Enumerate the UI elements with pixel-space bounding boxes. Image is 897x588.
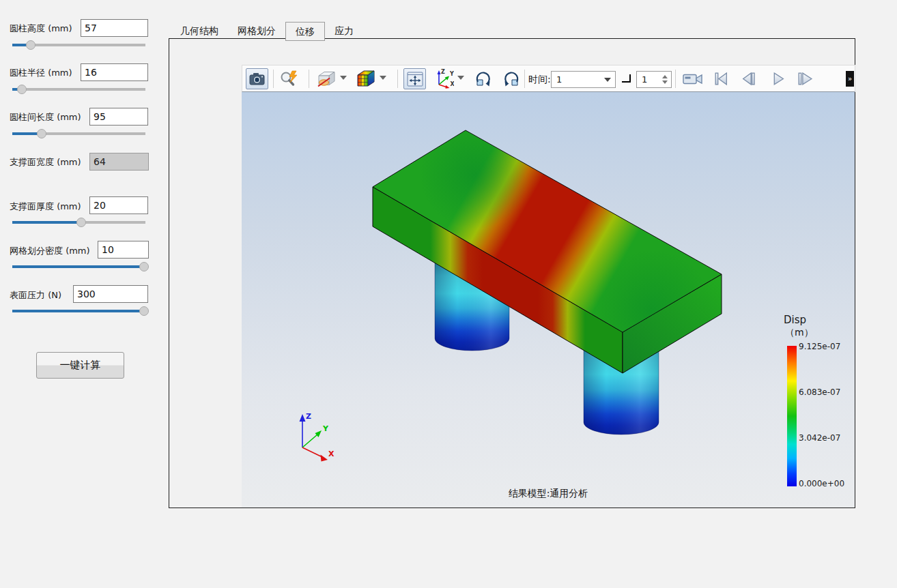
cyl-radius-input[interactable] — [81, 63, 148, 81]
axis-z-label: Z — [306, 412, 311, 421]
viewport-toolbar: Z Y X 时间: 1 1 — [242, 65, 855, 92]
legend-colorbar — [787, 346, 797, 486]
slider-handle[interactable] — [17, 85, 27, 94]
param-label-support-width: 支撑面宽度 (mm) — [10, 156, 81, 168]
skip-to-start-button[interactable] — [712, 70, 730, 88]
frame-spinbox-value: 1 — [642, 74, 647, 85]
one-click-compute-button[interactable]: 一键计算 — [36, 352, 124, 379]
slider-handle[interactable] — [139, 306, 149, 316]
screenshot-camera-button[interactable] — [246, 68, 268, 89]
surface-pressure-input[interactable] — [73, 285, 148, 303]
zoom-probe-icon — [279, 70, 298, 88]
section-plane-off-icon — [316, 70, 337, 88]
skip-to-start-icon — [713, 70, 730, 87]
support-thickness-slider[interactable] — [12, 218, 145, 227]
camera-icon — [249, 72, 265, 85]
slider-handle[interactable] — [37, 129, 46, 138]
contour-cube-icon — [355, 69, 375, 89]
param-label-surface-pressure: 表面压力 (N) — [10, 289, 61, 302]
view-orientation-dropdown-arrow[interactable] — [457, 76, 464, 80]
legend-tick-upper: 6.083e-07 — [799, 387, 840, 397]
param-label-cyl-radius: 圆柱半径 (mm) — [10, 67, 72, 79]
parameter-sidebar: 圆柱高度 (mm) 圆柱半径 (mm) 圆柱间长度 (mm) 支撑面宽度 (mm… — [0, 0, 168, 588]
result-model-status: 结果模型:通用分析 — [242, 488, 855, 500]
rotate-cw-icon — [474, 70, 493, 89]
cyl-spacing-input[interactable] — [89, 108, 148, 126]
param-label-cyl-spacing: 圆柱间长度 (mm) — [10, 111, 81, 123]
cyl-radius-slider[interactable] — [12, 85, 145, 94]
legend-title: Disp — [784, 314, 806, 326]
rotate-ccw-button[interactable] — [500, 68, 522, 89]
slider-track[interactable] — [12, 88, 145, 91]
surface-pressure-slider[interactable] — [12, 306, 145, 316]
axis-x-label: X — [328, 450, 334, 458]
cyl-height-slider[interactable] — [12, 40, 145, 50]
toolbar-overflow-button[interactable]: » — [846, 71, 854, 87]
slider-fill — [12, 221, 81, 224]
contour-cube-button[interactable] — [354, 68, 377, 89]
slider-handle[interactable] — [76, 218, 86, 227]
displacement-model: Z Y X — [242, 92, 855, 508]
time-label: 时间: — [528, 74, 551, 86]
frame-spinbox[interactable]: 1 — [636, 71, 672, 88]
legend-tick-min: 0.000e+00 — [799, 479, 844, 488]
view-orientation-triad-icon: Z Y X — [433, 68, 454, 89]
contour-dropdown-arrow[interactable] — [380, 76, 386, 80]
legend-tick-max: 9.125e-07 — [799, 342, 840, 351]
mesh-density-slider[interactable] — [12, 262, 145, 271]
result-3d-viewport[interactable]: Z Y X Disp （m） 9.125e-07 6.083e-07 3.042… — [242, 92, 855, 508]
combobox-arrow-icon — [604, 78, 611, 82]
tab-stress[interactable]: 应力 — [325, 22, 363, 40]
legend-unit: （m） — [785, 327, 814, 339]
fit-view-button[interactable] — [403, 68, 426, 89]
zoom-probe-button[interactable] — [278, 69, 300, 89]
slider-handle[interactable] — [26, 40, 35, 50]
step-back-button[interactable] — [739, 70, 758, 88]
fit-view-icon — [407, 72, 423, 87]
rotate-ccw-icon — [502, 70, 521, 89]
result-panel: Z Y X 时间: 1 1 — [169, 38, 855, 508]
play-button[interactable] — [769, 70, 787, 88]
slider-fill — [12, 310, 144, 312]
axis-triad: Z Y X — [300, 412, 335, 462]
corner-angle-icon — [622, 74, 631, 83]
time-combobox-value: 1 — [556, 74, 562, 85]
param-label-cyl-height: 圆柱高度 (mm) — [10, 23, 72, 35]
time-combobox[interactable]: 1 — [551, 71, 616, 88]
svg-text:Z: Z — [441, 69, 445, 75]
step-forward-button[interactable] — [795, 70, 815, 88]
step-forward-icon — [796, 70, 814, 87]
record-animation-button[interactable] — [681, 70, 705, 88]
section-plane-button[interactable] — [315, 68, 337, 89]
cyl-height-input[interactable] — [81, 19, 148, 37]
cyl-spacing-slider[interactable] — [12, 129, 145, 138]
spin-up-icon[interactable] — [662, 75, 668, 78]
param-label-support-thickness: 支撑面厚度 (mm) — [10, 201, 81, 213]
spin-down-icon[interactable] — [662, 80, 668, 84]
record-animation-icon — [683, 72, 704, 86]
section-plane-dropdown-arrow[interactable] — [340, 76, 347, 80]
legend-tick-lower: 3.042e-07 — [799, 433, 840, 443]
play-icon — [769, 70, 786, 87]
mesh-density-input[interactable] — [98, 241, 149, 259]
tab-meshing[interactable]: 网格划分 — [228, 22, 285, 40]
tab-geometry[interactable]: 几何结构 — [171, 22, 228, 40]
support-width-input — [89, 153, 149, 171]
tab-displacement[interactable]: 位移 — [285, 22, 325, 41]
slider-handle[interactable] — [139, 262, 149, 271]
result-tabbar: 几何结构 网格划分 位移 应力 — [171, 20, 363, 40]
step-back-icon — [740, 70, 757, 87]
view-orientation-button[interactable]: Z Y X — [432, 68, 455, 89]
axis-y-label: Y — [322, 424, 329, 433]
rotate-cw-button[interactable] — [472, 68, 494, 89]
param-label-mesh-density: 网格划分密度 (mm) — [10, 245, 90, 257]
slider-fill — [12, 265, 144, 268]
svg-text:Y: Y — [449, 71, 454, 77]
support-thickness-input[interactable] — [89, 196, 148, 214]
svg-text:X: X — [451, 81, 455, 87]
